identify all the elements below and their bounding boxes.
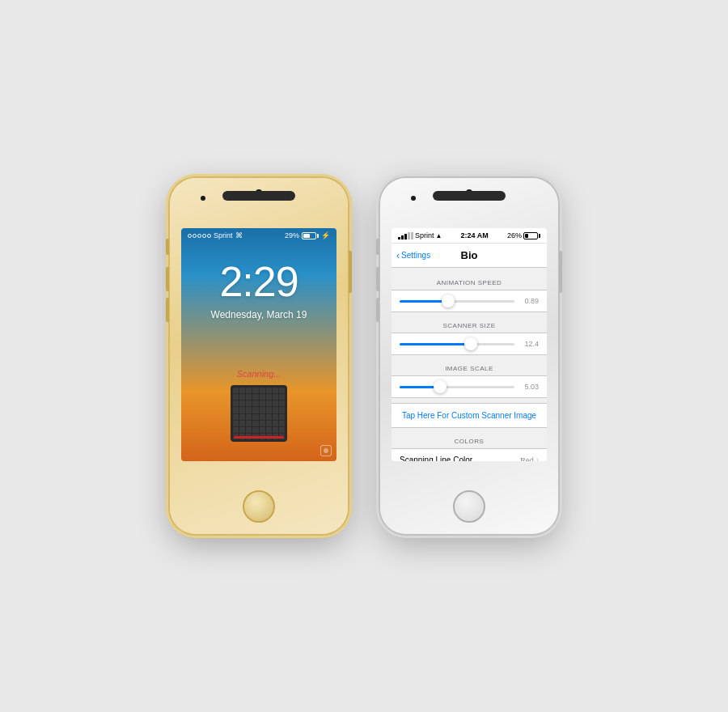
scanning-line-color-value: Red › bbox=[520, 456, 539, 461]
image-scale-track[interactable] bbox=[400, 386, 514, 388]
chevron-left-icon: ‹ bbox=[396, 250, 400, 261]
scanner-area: Scanning... bbox=[181, 320, 336, 461]
camera-icon-bottom bbox=[320, 445, 332, 456]
wifi-icon-right: ▲ bbox=[436, 232, 442, 239]
animation-speed-group: 0.89 bbox=[392, 290, 547, 312]
lock-time: 2:29 bbox=[181, 257, 336, 306]
animation-speed-thumb[interactable] bbox=[442, 295, 455, 307]
scanner-size-fill bbox=[400, 343, 471, 345]
carrier-left: Sprint bbox=[214, 231, 233, 239]
phone-left: Sprint ⌘ 29% ⚡ 2:29 Wednesday, March 19 bbox=[170, 178, 348, 534]
scanner-size-group: 12.4 bbox=[392, 333, 547, 355]
scanner-line bbox=[234, 436, 284, 439]
wifi-icon-left: ⌘ bbox=[235, 231, 243, 239]
image-scale-thumb[interactable] bbox=[434, 380, 447, 393]
colors-section: Scanning Line Color Red › Scanning Text … bbox=[392, 448, 547, 461]
time-right: 2:24 AM bbox=[461, 231, 489, 239]
scanner-size-thumb[interactable] bbox=[464, 337, 477, 350]
lock-screen: Sprint ⌘ 29% ⚡ 2:29 Wednesday, March 19 bbox=[181, 228, 336, 461]
settings-nav-bar: ‹ Settings Bio bbox=[392, 244, 547, 268]
scene: Sprint ⌘ 29% ⚡ 2:29 Wednesday, March 19 bbox=[170, 178, 558, 534]
lightning-icon: ⚡ bbox=[321, 231, 330, 239]
scanner-size-header: SCANNER SIZE bbox=[392, 317, 547, 333]
settings-screen: Sprint ▲ 2:24 AM 26% bbox=[392, 228, 547, 461]
image-scale-header: IMAGE SCALE bbox=[392, 360, 547, 375]
scanning-line-color-label: Scanning Line Color bbox=[400, 456, 472, 461]
carrier-right: Sprint bbox=[415, 231, 434, 239]
animation-speed-value: 0.89 bbox=[519, 297, 539, 305]
lock-date: Wednesday, March 19 bbox=[181, 309, 336, 320]
chevron-right-icon-1: › bbox=[536, 456, 539, 461]
tap-link[interactable]: Tap Here For Custom Scanner Image bbox=[392, 403, 547, 428]
image-scale-group: 5.03 bbox=[392, 375, 547, 398]
nav-title: Bio bbox=[461, 249, 478, 261]
battery-percent-right: 26% bbox=[507, 231, 522, 239]
scanning-line-color-text: Red bbox=[520, 456, 534, 462]
scanning-text: Scanning... bbox=[236, 369, 281, 379]
animation-speed-track[interactable] bbox=[400, 300, 514, 303]
settings-body: ANIMATION SPEED 0.89 SCANNER SIZE bbox=[392, 268, 547, 461]
colors-header: COLORS bbox=[392, 433, 547, 448]
phone-right: Sprint ▲ 2:24 AM 26% bbox=[380, 178, 558, 534]
home-button-left[interactable] bbox=[243, 490, 275, 523]
battery-right bbox=[523, 232, 540, 239]
scanning-line-color-row[interactable]: Scanning Line Color Red › bbox=[392, 449, 547, 461]
back-label: Settings bbox=[401, 251, 430, 260]
scanner-box bbox=[231, 385, 287, 442]
home-button-right[interactable] bbox=[453, 490, 485, 523]
battery-left bbox=[302, 232, 319, 239]
back-button[interactable]: ‹ Settings bbox=[396, 250, 430, 261]
battery-percent-left: 29% bbox=[285, 231, 299, 239]
image-scale-value: 5.03 bbox=[519, 383, 539, 391]
status-bar-right: Sprint ▲ 2:24 AM 26% bbox=[392, 228, 547, 244]
animation-speed-header: ANIMATION SPEED bbox=[392, 274, 547, 290]
status-bar-left: Sprint ⌘ 29% ⚡ bbox=[181, 228, 336, 243]
scanner-size-track[interactable] bbox=[400, 343, 514, 345]
scanner-size-value: 12.4 bbox=[519, 340, 539, 348]
